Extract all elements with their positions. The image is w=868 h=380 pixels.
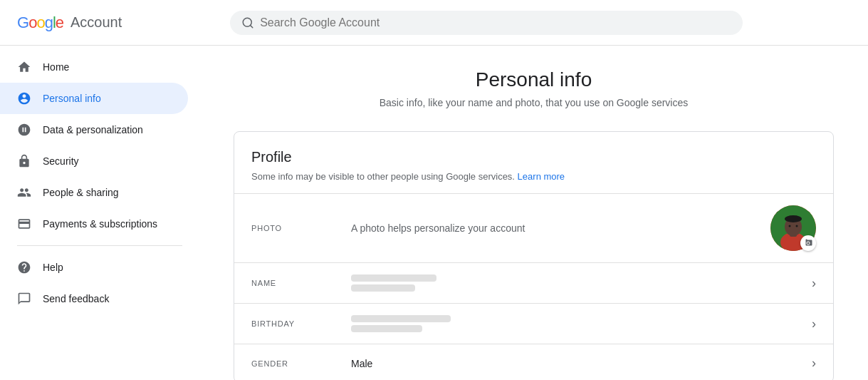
redact-line-1 — [351, 274, 436, 282]
body-container: Home Personal info Data & personalizatio… — [0, 46, 868, 380]
sidebar-divider — [17, 245, 182, 246]
learn-more-link[interactable]: Learn more — [518, 171, 565, 182]
gender-value: Male — [351, 358, 812, 369]
camera-badge — [800, 235, 816, 251]
search-icon — [241, 16, 254, 29]
gender-label: GENDER — [251, 359, 351, 368]
data-icon — [17, 123, 31, 137]
sidebar-label-security: Security — [43, 155, 79, 167]
lock-icon — [17, 154, 31, 168]
help-icon — [17, 260, 31, 274]
profile-card-header: Profile Some info may be visible to othe… — [234, 132, 833, 193]
sidebar-item-home[interactable]: Home — [0, 51, 188, 83]
sidebar-label-people: People & sharing — [43, 187, 119, 198]
sidebar-label-personal-info: Personal info — [43, 93, 101, 104]
sidebar-item-feedback[interactable]: Send feedback — [0, 283, 188, 314]
birthday-chevron-icon: › — [812, 317, 816, 332]
search-input[interactable] — [260, 16, 731, 29]
sidebar-item-data-personalization[interactable]: Data & personalization — [0, 114, 188, 145]
people-icon — [17, 185, 31, 200]
redact-line-2 — [351, 284, 415, 292]
sidebar-item-payments[interactable]: Payments & subscriptions — [0, 208, 188, 240]
profile-section-subtitle: Some info may be visible to other people… — [251, 171, 816, 182]
svg-line-1 — [251, 25, 253, 27]
person-icon — [17, 91, 31, 106]
redact-line-4 — [351, 325, 422, 332]
svg-point-7 — [789, 225, 791, 227]
google-account-logo[interactable]: Google Account — [17, 14, 122, 32]
google-wordmark: Google — [17, 14, 63, 32]
search-container — [230, 11, 743, 35]
header: Google Account — [0, 0, 868, 46]
sidebar-item-help[interactable]: Help — [0, 252, 188, 283]
sidebar-label-help: Help — [43, 262, 63, 273]
birthday-row[interactable]: BIRTHDAY › — [234, 303, 833, 344]
search-bar — [230, 11, 743, 35]
photo-label: PHOTO — [251, 224, 351, 232]
sidebar-item-personal-info[interactable]: Personal info — [0, 83, 188, 114]
sidebar-item-security[interactable]: Security — [0, 145, 188, 177]
name-row[interactable]: NAME › — [234, 262, 833, 303]
photo-value: A photo helps personalize your account — [351, 222, 770, 234]
name-chevron-icon: › — [812, 276, 816, 291]
name-value — [351, 274, 812, 292]
feedback-icon — [17, 292, 31, 306]
photo-row: PHOTO A photo helps personalize your acc… — [234, 193, 833, 262]
card-icon — [17, 217, 31, 231]
birthday-label: BIRTHDAY — [251, 319, 351, 328]
sidebar-label-feedback: Send feedback — [43, 293, 109, 304]
page-subtitle: Basic info, like your name and photo, th… — [234, 97, 834, 108]
redact-line-3 — [351, 315, 451, 322]
sidebar-label-home: Home — [43, 61, 69, 73]
account-label: Account — [70, 14, 122, 31]
avatar-container[interactable] — [770, 205, 816, 251]
name-label: NAME — [251, 279, 351, 287]
sidebar-label-payments: Payments & subscriptions — [43, 218, 157, 230]
home-icon — [17, 60, 31, 74]
profile-section-title: Profile — [251, 149, 816, 165]
sidebar-label-data: Data & personalization — [43, 124, 143, 135]
svg-point-8 — [796, 225, 798, 227]
sidebar: Home Personal info Data & personalizatio… — [0, 46, 199, 380]
page-title: Personal info — [234, 68, 834, 91]
main-content: Personal info Basic info, like your name… — [199, 46, 868, 380]
profile-card: Profile Some info may be visible to othe… — [234, 131, 834, 380]
birthday-value — [351, 315, 812, 332]
svg-point-6 — [785, 215, 802, 222]
sidebar-item-people-sharing[interactable]: People & sharing — [0, 177, 188, 208]
gender-chevron-icon: › — [812, 356, 816, 371]
gender-row[interactable]: GENDER Male › — [234, 344, 833, 380]
